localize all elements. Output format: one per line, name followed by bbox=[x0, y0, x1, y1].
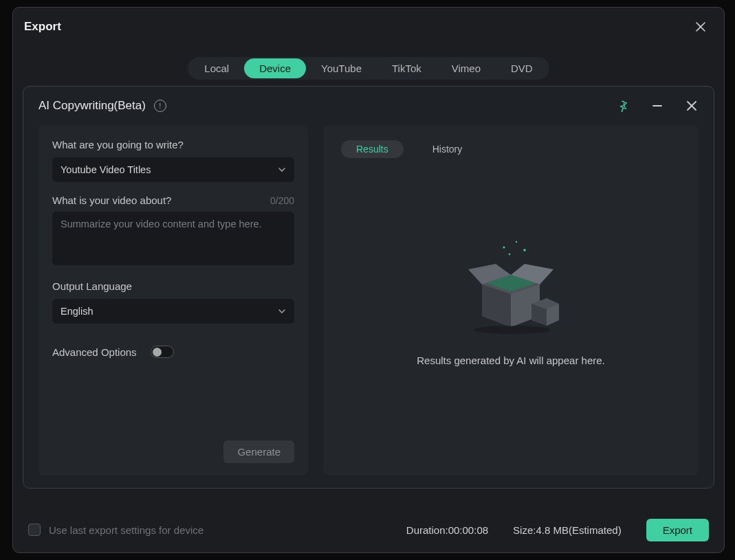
chevron-down-icon bbox=[278, 307, 286, 315]
chevron-down-icon bbox=[278, 166, 286, 174]
tab-results[interactable]: Results bbox=[341, 140, 404, 158]
svg-point-2 bbox=[523, 249, 526, 251]
tab-vimeo[interactable]: Vimeo bbox=[437, 58, 496, 78]
lang-select-value: English bbox=[61, 306, 94, 317]
export-dialog: Export Local Device YouTube TikTok Vimeo… bbox=[12, 7, 725, 553]
export-tabgroup: Local Device YouTube TikTok Vimeo DVD bbox=[188, 57, 549, 80]
use-last-settings-checkbox[interactable] bbox=[28, 524, 41, 536]
close-icon[interactable] bbox=[691, 17, 710, 36]
tab-local[interactable]: Local bbox=[189, 58, 244, 78]
use-last-settings-label: Use last export settings for device bbox=[49, 524, 204, 536]
about-label: What is your video about? bbox=[52, 194, 171, 206]
svg-point-13 bbox=[474, 326, 551, 334]
advanced-toggle[interactable] bbox=[151, 346, 174, 358]
write-label: What are you going to write? bbox=[52, 139, 294, 150]
empty-state: Results generated by AI will appear here… bbox=[323, 235, 699, 366]
duration-info: Duration:00:00:08 bbox=[406, 524, 488, 536]
lang-select[interactable]: English bbox=[52, 299, 294, 324]
export-button[interactable]: Export bbox=[646, 519, 709, 541]
results-tabs: Results History bbox=[337, 139, 685, 158]
close-inner-icon[interactable] bbox=[682, 96, 701, 115]
generate-button[interactable]: Generate bbox=[223, 440, 294, 463]
empty-text: Results generated by AI will appear here… bbox=[323, 355, 699, 366]
write-select-value: Youtube Video Titles bbox=[61, 164, 151, 175]
size-info: Size:4.8 MB(Estimated) bbox=[513, 524, 622, 536]
ai-input-panel: What are you going to write? Youtube Vid… bbox=[39, 125, 308, 475]
svg-point-0 bbox=[503, 247, 505, 249]
export-header: Export bbox=[13, 8, 724, 43]
tab-youtube[interactable]: YouTube bbox=[306, 58, 377, 78]
advanced-label: Advanced Options bbox=[52, 346, 137, 358]
export-footer: Use last export settings for device Dura… bbox=[13, 507, 724, 552]
export-title: Export bbox=[24, 20, 61, 34]
write-select[interactable]: Youtube Video Titles bbox=[52, 157, 294, 182]
about-counter: 0/200 bbox=[270, 195, 294, 206]
info-icon[interactable]: ! bbox=[154, 100, 166, 112]
tab-device[interactable]: Device bbox=[244, 58, 306, 78]
tab-history[interactable]: History bbox=[417, 140, 478, 158]
ai-results-panel: Results History bbox=[323, 125, 699, 475]
lang-label: Output Language bbox=[52, 280, 294, 292]
ai-copywriting-panel: AI Copywriting(Beta) ! What are you goin… bbox=[23, 86, 714, 489]
ai-copy-header: AI Copywriting(Beta) ! bbox=[23, 87, 714, 122]
pin-icon[interactable] bbox=[613, 96, 633, 115]
tab-tiktok[interactable]: TikTok bbox=[377, 58, 437, 78]
minimize-icon[interactable] bbox=[648, 96, 667, 115]
open-box-icon bbox=[456, 235, 566, 338]
svg-point-3 bbox=[509, 254, 511, 256]
ai-copy-title: AI Copywriting(Beta) bbox=[39, 99, 146, 113]
export-tabs: Local Device YouTube TikTok Vimeo DVD bbox=[13, 57, 724, 80]
about-textarea[interactable] bbox=[52, 212, 294, 265]
tab-dvd[interactable]: DVD bbox=[496, 58, 548, 78]
svg-point-1 bbox=[516, 241, 517, 243]
